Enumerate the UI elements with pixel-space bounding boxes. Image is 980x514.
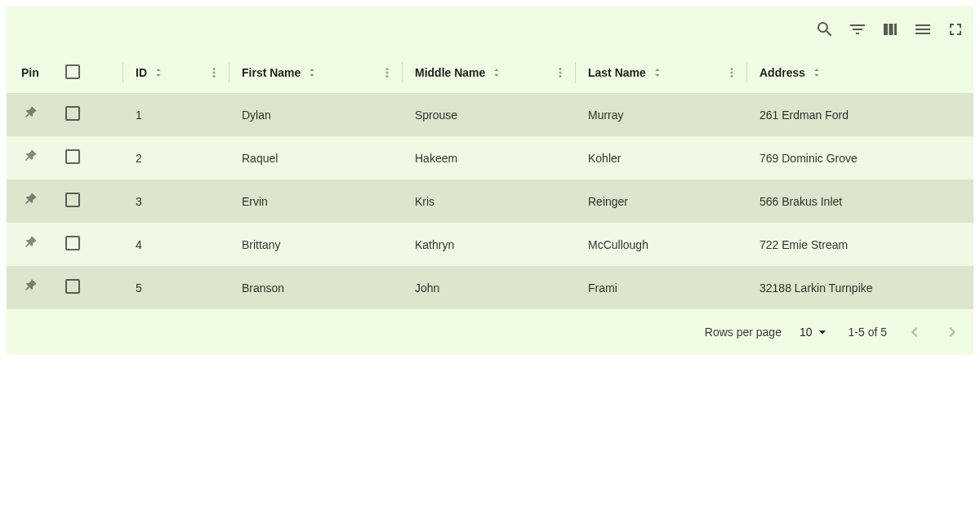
sort-icon[interactable] [651, 66, 664, 79]
table-row[interactable]: 3 Ervin Kris Reinger 566 Brakus Inlet [7, 179, 973, 223]
table-row[interactable]: 4 Brittany Kathryn McCullough 722 Emie S… [7, 223, 973, 266]
pin-icon[interactable] [21, 278, 38, 295]
cell-middle: John [402, 266, 575, 309]
search-icon[interactable] [815, 20, 835, 39]
sort-icon[interactable] [810, 66, 823, 79]
pin-icon[interactable] [21, 235, 38, 251]
cell-last: McCullough [575, 223, 746, 266]
cell-address: 261 Erdman Ford [746, 93, 973, 136]
cell-id: 3 [122, 179, 229, 223]
pagination: Rows per page 10 1-5 of 5 [7, 309, 973, 355]
next-page-button[interactable] [942, 322, 962, 342]
column-label: Middle Name [415, 66, 485, 79]
sort-icon[interactable] [152, 66, 165, 79]
column-header-id[interactable]: ID [122, 52, 229, 93]
cell-id: 5 [122, 266, 229, 309]
previous-page-button[interactable] [905, 322, 924, 342]
cell-middle: Kathryn [402, 223, 575, 266]
cell-last: Reinger [575, 179, 746, 223]
column-header-first-name[interactable]: First Name [229, 52, 402, 93]
column-header-address[interactable]: Address [746, 52, 973, 93]
cell-address: 769 Dominic Grove [746, 136, 973, 179]
row-checkbox[interactable] [65, 279, 80, 294]
table-row[interactable]: 5 Branson John Frami 32188 Larkin Turnpi… [7, 266, 973, 309]
column-menu-icon[interactable] [379, 64, 395, 81]
data-table: Pin ID [7, 52, 973, 309]
column-menu-icon[interactable] [552, 64, 568, 81]
cell-middle: Kris [402, 179, 575, 223]
rows-per-page-value: 10 [800, 326, 813, 339]
columns-icon[interactable] [880, 20, 900, 39]
column-label: Address [760, 66, 805, 79]
pin-icon[interactable] [21, 105, 38, 122]
row-checkbox[interactable] [65, 193, 80, 207]
cell-id: 1 [122, 93, 229, 136]
toolbar [7, 7, 973, 52]
column-label: ID [136, 66, 147, 79]
column-label: Pin [21, 66, 39, 79]
filter-icon[interactable] [848, 20, 867, 39]
pagination-range: 1-5 of 5 [849, 326, 887, 339]
cell-last: Kohler [575, 136, 746, 179]
fullscreen-icon[interactable] [946, 20, 965, 39]
cell-id: 4 [122, 223, 229, 266]
cell-address: 32188 Larkin Turnpike [746, 266, 973, 309]
cell-middle: Sprouse [402, 93, 575, 136]
select-all-checkbox[interactable] [65, 64, 80, 79]
column-header-select-all[interactable] [65, 52, 122, 93]
column-header-middle-name[interactable]: Middle Name [402, 52, 575, 93]
cell-last: Frami [575, 266, 746, 309]
pin-icon[interactable] [21, 148, 38, 165]
column-header-last-name[interactable]: Last Name [575, 52, 746, 93]
rows-per-page-label: Rows per page [705, 326, 782, 339]
pin-icon[interactable] [21, 192, 38, 208]
cell-middle: Hakeem [402, 136, 575, 179]
cell-address: 722 Emie Stream [746, 223, 973, 266]
cell-first: Raquel [229, 136, 402, 179]
row-checkbox[interactable] [65, 236, 80, 250]
table-row[interactable]: 2 Raquel Hakeem Kohler 769 Dominic Grove [7, 136, 973, 179]
cell-first: Ervin [229, 179, 402, 223]
cell-first: Dylan [229, 93, 402, 136]
sort-icon[interactable] [490, 66, 503, 79]
density-icon[interactable] [913, 20, 933, 39]
cell-id: 2 [122, 136, 229, 179]
column-label: First Name [242, 66, 301, 79]
cell-first: Branson [229, 266, 402, 309]
cell-first: Brittany [229, 223, 402, 266]
rows-per-page-select[interactable]: 10 [800, 324, 831, 340]
chevron-down-icon [814, 324, 831, 340]
cell-address: 566 Brakus Inlet [746, 179, 973, 223]
cell-last: Murray [575, 93, 746, 136]
table-row[interactable]: 1 Dylan Sprouse Murray 261 Erdman Ford [7, 93, 973, 136]
row-checkbox[interactable] [65, 106, 80, 121]
column-header-pin[interactable]: Pin [7, 52, 65, 93]
sort-icon[interactable] [305, 66, 318, 79]
column-label: Last Name [588, 66, 646, 79]
column-menu-icon[interactable] [206, 64, 222, 81]
column-menu-icon[interactable] [724, 64, 740, 81]
row-checkbox[interactable] [65, 149, 80, 164]
